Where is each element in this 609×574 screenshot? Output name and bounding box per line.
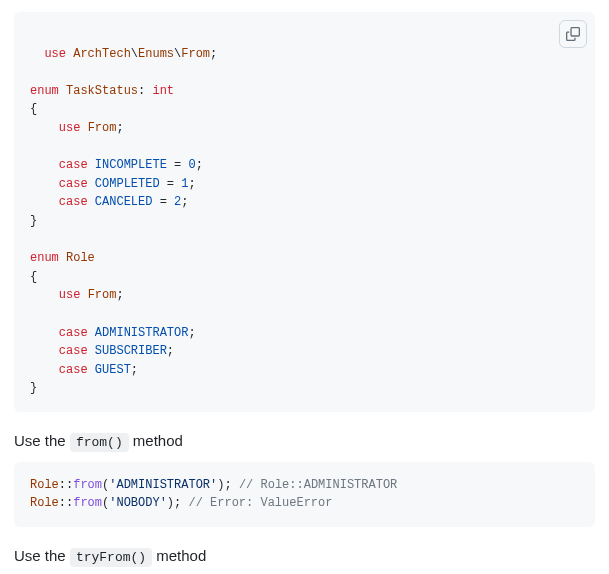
- copy-button[interactable]: [559, 20, 587, 48]
- code-content: use ArchTech\Enums\From; enum TaskStatus…: [30, 47, 217, 396]
- code-block-from: Role::from('ADMINISTRATOR'); // Role::AD…: [14, 462, 595, 527]
- heading-suffix: method: [152, 547, 206, 564]
- heading-from: Use the from() method: [14, 432, 595, 450]
- code-block-enums: use ArchTech\Enums\From; enum TaskStatus…: [14, 12, 595, 412]
- heading-suffix: method: [129, 432, 183, 449]
- heading-prefix: Use the: [14, 547, 70, 564]
- heading-prefix: Use the: [14, 432, 70, 449]
- heading-tryfrom: Use the tryFrom() method: [14, 547, 595, 565]
- code-content: Role::from('ADMINISTRATOR'); // Role::AD…: [30, 478, 397, 511]
- heading-code: from(): [70, 433, 129, 452]
- copy-icon: [566, 27, 580, 41]
- heading-code: tryFrom(): [70, 548, 152, 567]
